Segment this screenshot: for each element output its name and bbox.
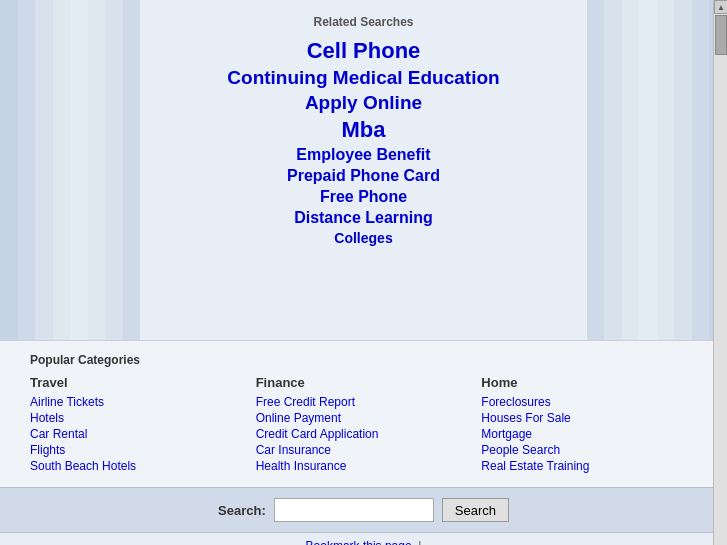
category-title-home: Home [481,375,697,390]
category-link[interactable]: South Beach Hotels [30,459,246,473]
category-link[interactable]: Car Rental [30,427,246,441]
search-input[interactable] [274,498,434,522]
category-link[interactable]: Real Estate Training [481,459,697,473]
search-link-mba[interactable]: Mba [227,117,499,143]
search-link-continuing-medical-education[interactable]: Continuing Medical Education [227,67,499,89]
left-stripes [0,0,140,340]
category-link[interactable]: Airline Tickets [30,395,246,409]
stripe [88,0,106,340]
category-link[interactable]: Online Payment [256,411,472,425]
main-top-section: Related Searches Cell PhoneContinuing Me… [0,0,727,340]
category-link[interactable]: People Search [481,443,697,457]
category-link[interactable]: Car Insurance [256,443,472,457]
stripe [70,0,88,340]
stripe [18,0,36,340]
search-label: Search: [218,503,266,518]
bookmark-section: Bookmark this page | [0,533,727,545]
stripe [53,0,71,340]
categories-grid: TravelAirline TicketsHotelsCar RentalFli… [30,375,707,475]
search-links: Cell PhoneContinuing Medical EducationAp… [227,35,499,249]
category-col-home: HomeForeclosuresHouses For SaleMortgageP… [481,375,707,475]
category-link[interactable]: Credit Card Application [256,427,472,441]
stripe [587,0,605,340]
stripe [35,0,53,340]
search-bar-section: Search: Search [0,487,727,533]
separator: | [418,539,421,545]
center-content: Related Searches Cell PhoneContinuing Me… [140,0,587,340]
search-link-free-phone[interactable]: Free Phone [227,188,499,206]
search-link-employee-benefit[interactable]: Employee Benefit [227,146,499,164]
category-link[interactable]: Health Insurance [256,459,472,473]
bookmark-link[interactable]: Bookmark this page [306,539,412,545]
popular-categories-title: Popular Categories [30,353,707,367]
search-link-distance-learning[interactable]: Distance Learning [227,209,499,227]
category-link[interactable]: Hotels [30,411,246,425]
stripe [657,0,675,340]
stripe [123,0,141,340]
stripe [622,0,640,340]
scrollbar-track[interactable]: ▲ ▼ [713,0,727,545]
search-link-prepaid-phone-card[interactable]: Prepaid Phone Card [227,167,499,185]
search-button[interactable]: Search [442,498,509,522]
right-stripes [587,0,727,340]
stripe [0,0,18,340]
category-link[interactable]: Free Credit Report [256,395,472,409]
search-link-cell-phone[interactable]: Cell Phone [227,38,499,64]
category-link[interactable]: Foreclosures [481,395,697,409]
scrollbar-up-button[interactable]: ▲ [714,0,727,14]
popular-categories-section: Popular Categories TravelAirline Tickets… [0,340,727,487]
category-link[interactable]: Mortgage [481,427,697,441]
category-col-travel: TravelAirline TicketsHotelsCar RentalFli… [30,375,256,475]
category-link[interactable]: Flights [30,443,246,457]
stripe [605,0,623,340]
stripe [640,0,658,340]
category-title-finance: Finance [256,375,472,390]
search-link-apply-online[interactable]: Apply Online [227,92,499,114]
search-link-colleges[interactable]: Colleges [227,230,499,246]
scrollbar-thumb[interactable] [715,15,727,55]
category-link[interactable]: Houses For Sale [481,411,697,425]
category-col-finance: FinanceFree Credit ReportOnline PaymentC… [256,375,482,475]
stripe [105,0,123,340]
related-searches-title: Related Searches [313,15,413,29]
stripe [675,0,693,340]
stripe [692,0,710,340]
category-title-travel: Travel [30,375,246,390]
